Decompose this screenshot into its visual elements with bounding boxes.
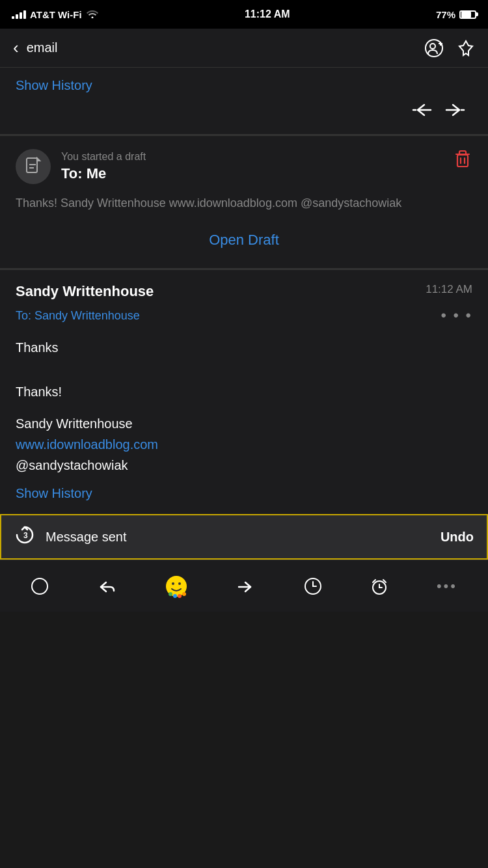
status-time: 11:12 AM — [245, 8, 290, 20]
draft-document-icon — [16, 149, 51, 184]
signature-link[interactable]: www.idownloadblog.com — [16, 434, 472, 455]
bottom-toolbar: ••• — [0, 560, 488, 612]
undo-button[interactable]: Undo — [441, 530, 474, 545]
emoji-button[interactable] — [165, 575, 188, 598]
message-sent-bar: 3 Message sent Undo — [0, 514, 488, 560]
clock-button[interactable] — [304, 577, 322, 595]
draft-section: You started a draft To: Me Thanks! Sandy… — [0, 136, 488, 268]
draft-info: You started a draft To: Me — [61, 151, 146, 182]
show-history-top-link[interactable]: Show History — [16, 78, 472, 93]
draft-header: You started a draft To: Me — [16, 149, 472, 184]
svg-rect-12 — [457, 155, 468, 167]
forward-button[interactable] — [236, 577, 256, 595]
email-body-line2: Thanks! — [16, 381, 472, 403]
nav-bar: ‹ email — [0, 29, 488, 68]
status-right: 77% — [436, 9, 476, 20]
more-options-button[interactable]: ••• — [437, 578, 457, 595]
delete-draft-button[interactable] — [453, 149, 472, 174]
message-sent-text: Message sent — [46, 530, 127, 545]
svg-text:3: 3 — [23, 531, 28, 540]
next-arrow-button[interactable] — [445, 101, 466, 124]
svg-point-16 — [32, 578, 47, 594]
draft-subtitle: You started a draft — [61, 151, 146, 163]
prev-arrow-button[interactable] — [411, 101, 432, 124]
email-section: Sandy Writtenhouse 11:12 AM To: Sandy Wr… — [0, 270, 488, 514]
email-body: Thanks Thanks! — [16, 336, 472, 403]
email-to: To: Sandy Writtenhouse — [16, 309, 140, 323]
show-history-bottom-link[interactable]: Show History — [16, 486, 472, 501]
email-header: Sandy Writtenhouse 11:12 AM — [16, 283, 472, 300]
draft-body-text: Thanks! Sandy Writtenhouse www.idownload… — [16, 195, 472, 212]
carrier-text: AT&T Wi-Fi — [30, 9, 82, 20]
back-button[interactable]: ‹ — [13, 38, 19, 58]
reply-button[interactable] — [97, 577, 116, 595]
svg-point-23 — [182, 592, 186, 596]
email-more-button[interactable]: • • • — [441, 306, 472, 325]
draft-to: To: Me — [61, 165, 146, 182]
email-sender: Sandy Writtenhouse — [16, 283, 154, 300]
battery-icon — [459, 10, 476, 19]
pin-icon[interactable] — [457, 39, 475, 57]
navigation-arrows — [16, 101, 472, 124]
history-top-section: Show History — [0, 68, 488, 134]
compose-button[interactable] — [31, 577, 49, 595]
email-to-line: To: Sandy Writtenhouse • • • — [16, 306, 472, 325]
status-bar: AT&T Wi-Fi 11:12 AM 77% — [0, 0, 488, 29]
message-sent-left: 3 Message sent — [14, 524, 127, 550]
nav-icons — [424, 38, 475, 58]
open-draft-button[interactable]: Open Draft — [16, 225, 472, 255]
svg-point-22 — [178, 594, 182, 598]
nav-title: email — [27, 40, 424, 55]
svg-point-1 — [430, 44, 435, 49]
svg-point-20 — [169, 592, 172, 596]
svg-point-18 — [172, 582, 174, 585]
add-contact-icon[interactable] — [424, 38, 444, 58]
email-body-line1: Thanks — [16, 336, 472, 359]
signature-name: Sandy Writtenhouse — [16, 413, 472, 434]
signature-handle: @sandystachowiak — [16, 455, 472, 476]
status-left: AT&T Wi-Fi — [12, 9, 99, 20]
signal-bars — [12, 10, 26, 19]
wifi-icon — [86, 9, 99, 20]
alarm-button[interactable] — [370, 577, 388, 595]
draft-icon-area: You started a draft To: Me — [16, 149, 146, 184]
battery-percent: 77% — [436, 9, 455, 20]
email-time: 11:12 AM — [426, 283, 472, 296]
svg-point-21 — [173, 594, 177, 598]
sent-spinner-icon: 3 — [14, 524, 35, 550]
svg-point-19 — [178, 582, 181, 585]
email-signature: Sandy Writtenhouse www.idownloadblog.com… — [16, 413, 472, 476]
